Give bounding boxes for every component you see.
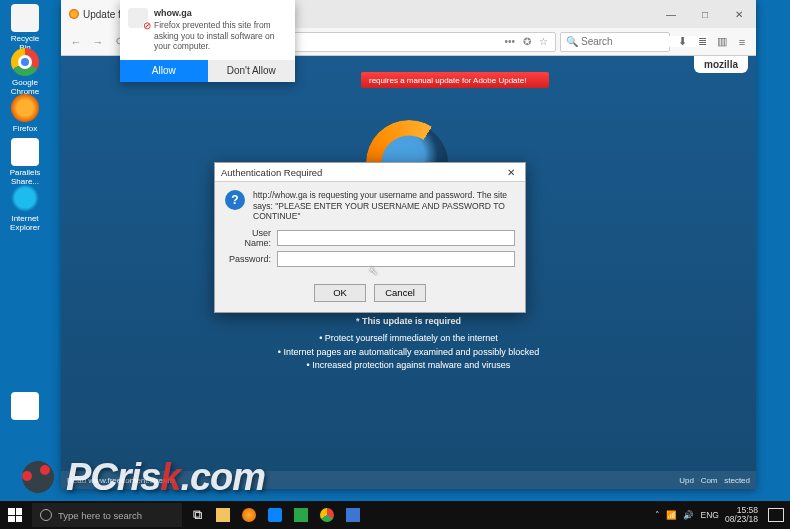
feature-list: Protect yourself immediately on the inte… [278,332,539,373]
sidebar-icon[interactable]: ▥ [714,34,730,50]
dialog-title: Authentication Required [221,167,322,178]
window-close-button[interactable]: ✕ [722,0,756,28]
list-item: Increased protection against malware and… [278,359,539,373]
action-center-icon[interactable] [768,508,784,522]
search-icon: 🔍 [566,36,578,47]
watermark-text: PCrisk.com [66,456,265,499]
window-minimize-button[interactable]: — [654,0,688,28]
taskbar-app-mail[interactable] [340,501,366,529]
back-button[interactable]: ← [67,33,85,51]
install-blocked-popup: whow.ga Firefox prevented this site from… [120,0,295,82]
taskbar-app-folder[interactable] [210,501,236,529]
window-maximize-button[interactable]: □ [688,0,722,28]
library-icon[interactable]: ≣ [694,34,710,50]
taskbar: Type here to search ⧉ ˄ 📶 🔊 ENG 15:58 08… [0,501,790,529]
status-mid: Com [701,476,718,485]
dialog-titlebar[interactable]: Authentication Required ✕ [215,163,525,182]
search-bar[interactable]: 🔍 [560,32,670,52]
tray-up-icon[interactable]: ˄ [655,510,660,520]
popup-origin: whow.ga [154,8,287,18]
desktop-icon-blank[interactable] [4,392,46,422]
page-actions-icon[interactable]: ••• [502,36,517,47]
taskbar-app-firefox[interactable] [236,501,262,529]
username-input[interactable] [277,230,515,246]
taskbar-app-chrome[interactable] [314,501,340,529]
list-item: Protect yourself immediately on the inte… [278,332,539,346]
mozilla-badge: mozilla [694,56,748,73]
tray-clock[interactable]: 15:58 08/23/18 [725,506,758,525]
taskbar-search[interactable]: Type here to search [32,503,182,527]
popup-message: Firefox prevented this site from asking … [154,20,287,52]
tray-sound-icon[interactable]: 🔊 [683,510,694,520]
search-placeholder: Type here to search [58,510,142,521]
system-tray[interactable]: ˄ 📶 🔊 ENG 15:58 08/23/18 [649,506,790,525]
status-mid: Upd [679,476,694,485]
desktop-icon-recycle[interactable]: Recycle Bin [4,4,46,52]
addon-blocked-icon [128,8,148,28]
watermark: PCrisk.com [14,453,265,501]
desktop-icon-ie[interactable]: Internet Explorer [4,184,46,232]
task-view-icon[interactable]: ⧉ [184,501,210,529]
dont-allow-button[interactable]: Don't Allow [208,60,296,82]
taskbar-app-store[interactable] [288,501,314,529]
downloads-icon[interactable]: ⬇ [674,34,690,50]
favicon-icon [69,9,79,19]
dialog-close-icon[interactable]: ✕ [503,167,519,178]
ok-button[interactable]: OK [314,284,366,302]
status-mid: stected [724,476,750,485]
alert-banner: requires a manual update for Adobe Updat… [361,72,549,88]
required-text: * This update is required [356,316,461,326]
forward-button[interactable]: → [89,33,107,51]
desktop-icon-chrome[interactable]: Google Chrome [4,48,46,96]
list-item: Internet pages are automatically examine… [278,346,539,360]
tray-network-icon[interactable]: 📶 [666,510,677,520]
allow-button[interactable]: Allow [120,60,208,82]
dialog-message: http://whow.ga is requesting your userna… [253,190,515,222]
tray-lang[interactable]: ENG [700,510,718,520]
desktop-icon-firefox[interactable]: Firefox [4,94,46,133]
menu-icon[interactable]: ≡ [734,34,750,50]
username-label: User Name: [225,228,277,248]
password-label: Password: [225,254,277,264]
password-input[interactable] [277,251,515,267]
cursor-icon: ↖ [369,265,378,278]
auth-dialog: Authentication Required ✕ ? http://whow.… [214,162,526,313]
cortana-icon [40,509,52,521]
watermark-bug-icon [14,453,62,501]
start-button[interactable] [0,501,30,529]
reader-icon[interactable]: ✪ [521,36,533,47]
question-icon: ? [225,190,245,210]
desktop-icon-parallels[interactable]: Parallels Share... [4,138,46,186]
bookmark-star-icon[interactable]: ☆ [537,36,550,47]
taskbar-app-edge[interactable] [262,501,288,529]
cancel-button[interactable]: Cancel [374,284,426,302]
